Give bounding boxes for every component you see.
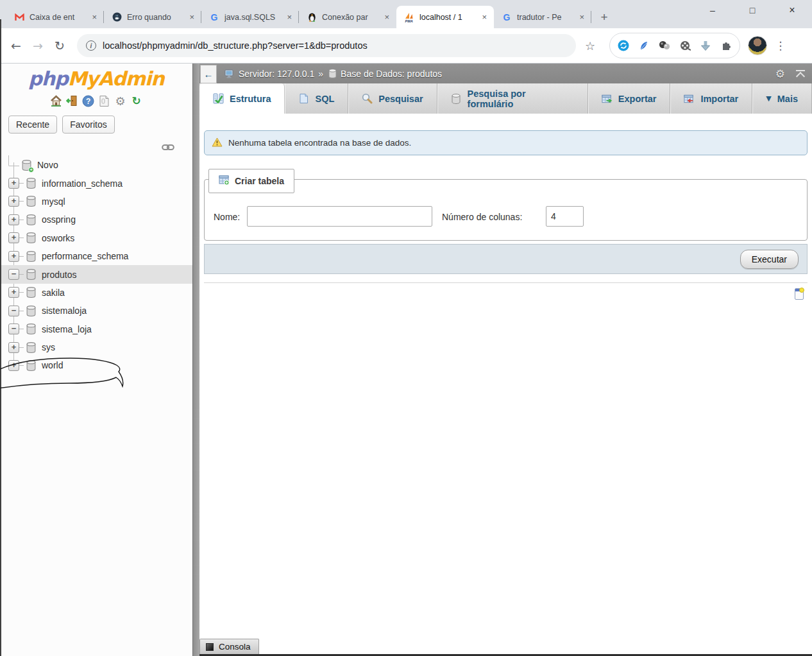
tree-item-sakila[interactable]: + sakila: [0, 284, 192, 302]
panel-resize-divider[interactable]: [192, 64, 199, 656]
tree-item-information-schema[interactable]: + information_schema: [0, 174, 192, 192]
database-icon: [26, 360, 36, 371]
browser-tab-tradutor[interactable]: G tradutor - Pe ×: [494, 6, 591, 28]
tree-item-sistemaloja[interactable]: − sistemaloja: [0, 302, 192, 320]
download-extension-icon[interactable]: [700, 40, 711, 51]
page-settings-gear-icon[interactable]: ⚙: [775, 67, 785, 80]
window-close-button[interactable]: ×: [772, 0, 812, 22]
tab-close-icon[interactable]: ×: [577, 12, 586, 22]
tree-item-osworks[interactable]: + osworks: [0, 229, 192, 247]
tab-title: Conexão par: [322, 13, 380, 22]
search-icon: [362, 93, 373, 104]
table-name-input[interactable]: [247, 206, 432, 227]
browser-tab-erro[interactable]: Erro quando ×: [104, 6, 201, 28]
recent-button[interactable]: Recente: [8, 116, 57, 134]
collapse-icon[interactable]: −: [8, 306, 19, 316]
tab-close-icon[interactable]: ×: [480, 12, 489, 22]
profile-avatar[interactable]: [748, 36, 767, 55]
expand-icon[interactable]: +: [8, 232, 19, 243]
columns-count-label: Número de colunas:: [442, 212, 522, 222]
extensions-pill: [609, 33, 740, 58]
new-table-icon: [219, 175, 230, 187]
tree-item-performance-schema[interactable]: + performance_schema: [0, 247, 192, 265]
chrome-menu-icon[interactable]: ⋮: [775, 39, 786, 52]
settings-gear-icon[interactable]: ⚙: [114, 94, 127, 107]
collapse-top-icon[interactable]: [795, 70, 806, 78]
collapse-icon[interactable]: −: [8, 324, 19, 334]
penguin-icon: [307, 12, 317, 22]
expand-icon[interactable]: +: [8, 342, 19, 353]
tab-exportar[interactable]: Exportar: [588, 83, 671, 114]
tree-item-novo[interactable]: + Novo: [0, 156, 192, 174]
window-minimize-button[interactable]: –: [693, 0, 732, 22]
sql-icon: [298, 93, 309, 104]
tab-mais[interactable]: ▼ Mais: [752, 83, 812, 114]
execute-button[interactable]: Executar: [740, 250, 799, 269]
tree-item-mysql[interactable]: + mysql: [0, 193, 192, 211]
tab-pesquisa-formulario[interactable]: Pesquisa por formulário: [437, 83, 588, 114]
phpmyadmin-logo: phpMyAdmin: [0, 67, 192, 90]
expand-icon[interactable]: +: [8, 214, 19, 225]
console-bar: Consola: [199, 639, 812, 656]
expand-icon[interactable]: +: [8, 196, 19, 207]
feather-extension-icon[interactable]: [638, 40, 650, 51]
columns-count-input[interactable]: [546, 206, 584, 227]
expand-icon[interactable]: +: [8, 287, 19, 298]
browser-tab-gmail[interactable]: Caixa de ent ×: [6, 6, 104, 28]
database-icon: [26, 178, 36, 189]
browser-tab-localhost-active[interactable]: PMA localhost / 1 ×: [396, 6, 494, 28]
tab-close-icon[interactable]: ×: [187, 12, 196, 22]
google-icon: G: [502, 12, 512, 22]
home-icon[interactable]: [50, 94, 63, 107]
tab-close-icon[interactable]: ×: [382, 12, 391, 22]
site-info-icon[interactable]: i: [86, 40, 96, 51]
film-reel-extension-icon[interactable]: [679, 40, 691, 51]
new-tab-button[interactable]: +: [595, 8, 613, 26]
sync-extension-icon[interactable]: [618, 40, 629, 51]
favorites-button[interactable]: Favoritos: [62, 116, 115, 134]
tab-estrutura[interactable]: Estrutura: [199, 83, 285, 114]
tab-importar[interactable]: Importar: [670, 83, 752, 114]
breadcrumb-server[interactable]: Servidor: 127.0.0.1: [239, 69, 314, 79]
tree-item-osspring[interactable]: + osspring: [0, 211, 192, 229]
expand-icon[interactable]: +: [8, 360, 19, 371]
browser-tab-conexao[interactable]: Conexão par ×: [299, 6, 396, 28]
tree-item-sistema-loja[interactable]: − sistema_loja: [0, 320, 192, 338]
console-toggle-tab[interactable]: Consola: [199, 639, 259, 654]
spheres-extension-icon[interactable]: [659, 40, 670, 51]
documentation-icon[interactable]: [98, 94, 111, 107]
database-icon: [26, 251, 36, 262]
tree-item-sys[interactable]: + sys: [0, 338, 192, 356]
tree-item-world[interactable]: + world: [0, 356, 192, 374]
back-icon[interactable]: ←: [5, 39, 27, 53]
browser-tabstrip: Caixa de ent × Erro quando × G java.sql.…: [0, 0, 812, 28]
expand-icon[interactable]: +: [8, 178, 19, 189]
window-maximize-button[interactable]: □: [732, 0, 772, 22]
address-bar[interactable]: i localhost/phpmyadmin/db_structure.php?…: [77, 34, 576, 57]
main-panel: ← Servidor: 127.0.0.1 » Base de Dados: p…: [199, 64, 812, 656]
logout-door-icon[interactable]: [66, 94, 79, 107]
collapse-icon[interactable]: −: [8, 269, 19, 280]
database-icon: [26, 232, 36, 243]
tab-pesquisar[interactable]: Pesquisar: [348, 83, 437, 114]
window-left-border: [0, 19, 1, 656]
db-structure-content: Nenhuma tabela encontrada na base de dad…: [199, 114, 812, 656]
tree-item-produtos-selected[interactable]: − produtos: [0, 265, 192, 283]
browser-tab-javasql[interactable]: G java.sql.SQLS ×: [201, 6, 299, 28]
tab-sql[interactable]: SQL: [285, 83, 348, 114]
tab-close-icon[interactable]: ×: [90, 12, 99, 22]
breadcrumb-database[interactable]: Base de Dados: produtos: [341, 69, 442, 79]
url-text[interactable]: localhost/phpmyadmin/db_structure.php?se…: [103, 40, 368, 51]
help-icon[interactable]: ?: [82, 94, 95, 107]
open-new-window-icon[interactable]: [795, 288, 804, 300]
forward-icon[interactable]: →: [27, 39, 49, 53]
nav-toggle-arrow-button[interactable]: ←: [200, 65, 217, 83]
puzzle-extensions-icon[interactable]: [720, 40, 732, 51]
tab-close-icon[interactable]: ×: [285, 12, 294, 22]
bookmark-star-icon[interactable]: ☆: [585, 39, 595, 53]
reload-icon[interactable]: ↻: [49, 39, 71, 53]
expand-icon[interactable]: +: [8, 251, 19, 262]
tab-title: Caixa de ent: [30, 13, 87, 22]
link-chain-icon[interactable]: [162, 142, 174, 153]
refresh-icon[interactable]: ↻: [130, 94, 143, 107]
